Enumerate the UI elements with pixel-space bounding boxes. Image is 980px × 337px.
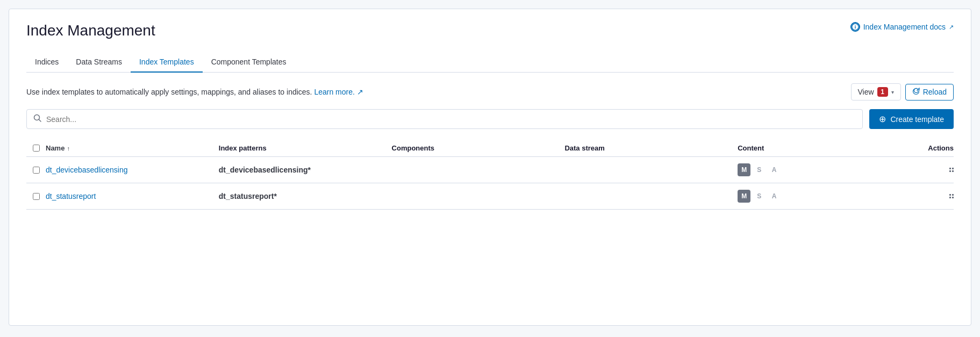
reload-button[interactable]: Reload bbox=[905, 84, 954, 101]
row1-content-s: S bbox=[753, 163, 766, 176]
toolbar-actions: View 1 ▾ Reload bbox=[851, 83, 954, 101]
select-all-checkbox[interactable] bbox=[33, 145, 40, 152]
row2-content: M S A bbox=[738, 190, 911, 203]
row1-content-a: A bbox=[768, 163, 781, 176]
header-content: Content bbox=[738, 144, 911, 152]
create-plus-icon: ⊕ bbox=[879, 114, 886, 124]
learn-more-external-icon: ↗ bbox=[357, 88, 363, 96]
row2-name: dt_statusreport bbox=[46, 192, 219, 200]
header-checkbox-col bbox=[26, 145, 46, 152]
external-link-icon: ↗ bbox=[949, 24, 954, 31]
docs-icon bbox=[850, 22, 860, 32]
view-badge: 1 bbox=[877, 87, 888, 97]
header-components: Components bbox=[392, 144, 565, 152]
description-text: Use index templates to automatically app… bbox=[26, 88, 363, 96]
tab-component-templates[interactable]: Component Templates bbox=[203, 52, 295, 73]
learn-more-link[interactable]: Learn more. ↗ bbox=[314, 88, 363, 96]
tab-index-templates[interactable]: Index Templates bbox=[131, 52, 203, 73]
row2-content-a: A bbox=[768, 190, 781, 203]
view-button[interactable]: View 1 ▾ bbox=[851, 83, 901, 101]
chevron-down-icon: ▾ bbox=[891, 89, 894, 95]
table-header: Name ↑ Index patterns Components Data st… bbox=[26, 140, 954, 157]
row1-content-m: M bbox=[738, 163, 750, 176]
tab-data-streams[interactable]: Data Streams bbox=[67, 52, 131, 73]
row2-content-s: S bbox=[753, 190, 766, 203]
row1-content: M S A bbox=[738, 163, 911, 176]
row1-actions bbox=[911, 168, 954, 172]
row2-content-m: M bbox=[738, 190, 750, 203]
row1-checkbox-col bbox=[26, 167, 46, 174]
reload-icon bbox=[912, 88, 920, 97]
header-actions: Actions bbox=[911, 144, 954, 152]
page-title: Index Management bbox=[26, 22, 155, 39]
reload-label: Reload bbox=[923, 88, 947, 96]
svg-point-1 bbox=[855, 25, 855, 26]
table-container: Name ↑ Index patterns Components Data st… bbox=[26, 140, 954, 210]
header-name[interactable]: Name ↑ bbox=[46, 144, 219, 152]
row1-checkbox[interactable] bbox=[33, 167, 40, 174]
page-container: Index Management Index Management docs ↗… bbox=[9, 9, 971, 326]
row2-index-patterns: dt_statusreport* bbox=[219, 192, 392, 200]
docs-link[interactable]: Index Management docs ↗ bbox=[850, 22, 954, 32]
header-data-stream: Data stream bbox=[564, 144, 738, 152]
row2-checkbox-col bbox=[26, 193, 46, 200]
create-template-label: Create template bbox=[890, 115, 944, 124]
search-row: ⊕ Create template bbox=[26, 109, 954, 129]
row1-actions-button[interactable] bbox=[949, 168, 954, 172]
row1-name-link[interactable]: dt_devicebasedlicensing bbox=[46, 166, 128, 174]
row2-name-link[interactable]: dt_statusreport bbox=[46, 192, 96, 200]
tabs-row: Indices Data Streams Index Templates Com… bbox=[26, 52, 954, 73]
header-row: Index Management Index Management docs ↗ bbox=[26, 22, 954, 39]
search-input[interactable] bbox=[46, 115, 856, 124]
row2-actions bbox=[911, 194, 954, 198]
sort-ascending-icon: ↑ bbox=[67, 145, 70, 152]
row2-actions-button[interactable] bbox=[949, 194, 954, 198]
tab-indices[interactable]: Indices bbox=[26, 52, 67, 73]
table-row: dt_statusreport dt_statusreport* M S A bbox=[26, 183, 954, 210]
docs-link-label: Index Management docs bbox=[863, 23, 946, 31]
description-row: Use index templates to automatically app… bbox=[26, 73, 954, 109]
view-label: View bbox=[858, 88, 874, 96]
header-name-label: Name bbox=[46, 144, 65, 152]
create-template-button[interactable]: ⊕ Create template bbox=[869, 109, 954, 129]
table-row: dt_devicebasedlicensing dt_devicebasedli… bbox=[26, 157, 954, 183]
row1-name: dt_devicebasedlicensing bbox=[46, 166, 219, 174]
search-container bbox=[26, 109, 863, 129]
header-index-patterns: Index patterns bbox=[219, 144, 392, 152]
row2-checkbox[interactable] bbox=[33, 193, 40, 200]
row1-index-patterns: dt_devicebasedlicensing* bbox=[219, 166, 392, 174]
search-icon bbox=[33, 114, 42, 124]
